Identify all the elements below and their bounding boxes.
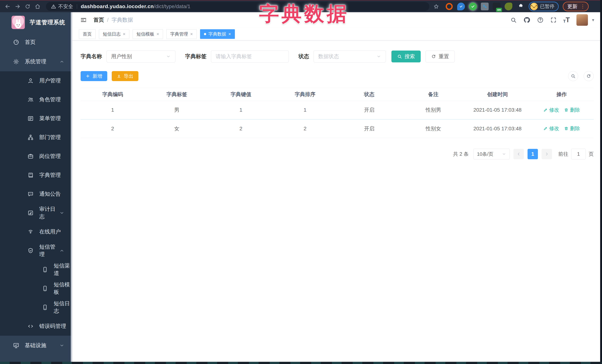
sidebar-item-system-management[interactable]: 系统管理 (0, 52, 72, 71)
sidebar-item-label: 通知公告 (39, 190, 61, 198)
profile-paused-chip[interactable]: ^ᴗ^ 已暂停 (529, 2, 559, 11)
sidebar-item-label: 部门管理 (39, 134, 61, 141)
user-avatar[interactable] (576, 14, 588, 26)
delete-label: 删除 (570, 107, 580, 113)
delete-link[interactable]: 删除 (564, 125, 580, 132)
tab-dict-management[interactable]: 字典管理× (166, 29, 197, 39)
chevron-up-icon (59, 59, 64, 64)
status-select[interactable]: 数据状态 (314, 50, 386, 62)
star-icon (433, 3, 439, 10)
tab-close-icon[interactable]: × (123, 31, 125, 37)
goto-page-input[interactable]: 1 (571, 149, 586, 159)
table-cell: 2 (209, 119, 273, 138)
sidebar-item-home[interactable]: 首页 (0, 32, 72, 52)
gray-translate-extension-icon[interactable] (481, 3, 489, 10)
tab-label: 短信日志 (103, 31, 121, 37)
trash-icon (564, 126, 569, 131)
avatar-caret-down-icon[interactable]: ▾ (592, 17, 594, 23)
search-button[interactable]: 搜索 (391, 51, 421, 62)
green-check-extension-icon[interactable] (469, 3, 477, 10)
table-cell: 2021-01-05 17:03:48 (465, 101, 530, 119)
chevron-down-icon (59, 343, 64, 348)
tab-close-icon[interactable]: × (228, 31, 231, 37)
column-header: 创建时间 (465, 88, 530, 101)
breadcrumb-home[interactable]: 首页 (93, 16, 104, 24)
font-size-icon[interactable]: TT (563, 17, 570, 23)
sidebar-item-sms-management[interactable]: 短信管理 (0, 241, 72, 260)
edit-label: 修改 (549, 125, 559, 132)
browser-forward-icon[interactable] (13, 1, 22, 11)
table-row: 2女22开启性别女2021-01-05 17:03:48修改删除 (81, 119, 594, 138)
search-icon (397, 54, 402, 59)
tab-close-icon[interactable]: × (157, 31, 159, 37)
browser-home-icon[interactable] (32, 1, 43, 11)
edit-link[interactable]: 修改 (543, 125, 559, 132)
bookmark-star-icon[interactable] (431, 1, 441, 11)
search-button-label: 搜索 (405, 53, 415, 60)
sidebar-item-dict-management[interactable]: 字典管理 (0, 166, 72, 185)
prev-page-button[interactable] (514, 149, 524, 159)
browser-menu-dots-icon[interactable] (580, 4, 586, 9)
refresh-table-button[interactable] (584, 71, 594, 81)
reset-button[interactable]: 重置 (425, 51, 455, 62)
plus-icon (86, 74, 90, 78)
address-bar[interactable]: 不安全 dashboard.yudao.iocoder.cn/dict/type… (46, 2, 429, 11)
column-header: 备注 (401, 88, 465, 101)
github-icon[interactable] (523, 16, 530, 23)
current-page-button[interactable]: 1 (527, 149, 538, 159)
sidebar-item-notice[interactable]: 通知公告 (0, 185, 72, 203)
sidebar-item-sms-channel[interactable]: 短信渠道 (0, 260, 72, 279)
sidebar-item-error-code[interactable]: 错误码管理 (0, 317, 72, 336)
export-button[interactable]: 导出 (112, 71, 138, 81)
sidebar-item-menu-management[interactable]: 菜单管理 (0, 109, 72, 128)
annotation-title: 字典数据 (259, 0, 349, 27)
delete-link[interactable]: 删除 (564, 107, 580, 113)
puzzle-extensions-icon[interactable] (516, 3, 524, 10)
add-button[interactable]: 新增 (81, 71, 107, 81)
sidebar-item-online-users[interactable]: 在线用户 (0, 222, 72, 241)
sidebar-item-user-management[interactable]: 用户管理 (0, 71, 72, 90)
pagination: 共 2 条 10条/页 1 前往 1 页 (81, 149, 594, 159)
fullscreen-icon[interactable] (550, 17, 557, 23)
dark-on-badge-extension-icon[interactable]: on (493, 3, 501, 10)
sidebar-scrollbar[interactable] (71, 12, 72, 364)
toggle-search-button[interactable] (568, 71, 578, 81)
dict-tag-input[interactable]: 请输入字典标签 (211, 50, 289, 62)
blue-pin-extension-icon[interactable] (457, 3, 465, 10)
fullscreen-icon (550, 17, 557, 23)
tab-close-icon[interactable]: × (190, 31, 193, 37)
sidebar-item-dept-management[interactable]: 部门管理 (0, 128, 72, 147)
menu-fold-icon[interactable] (80, 16, 87, 23)
edit-link[interactable]: 修改 (543, 107, 559, 113)
sidebar-item-audit-log[interactable]: 审计日志 (0, 203, 72, 222)
browser-reload-icon[interactable] (22, 1, 32, 11)
table-cell: 女 (145, 119, 209, 138)
green-sprout-extension-icon[interactable] (505, 3, 512, 10)
tab-sms-log[interactable]: 短信日志× (99, 29, 129, 39)
sidebar-item-post-management[interactable]: 岗位管理 (0, 147, 72, 166)
table-cell: 2 (81, 119, 145, 138)
logo-row[interactable]: 芋道管理系统 (0, 12, 72, 32)
header-search-icon[interactable] (510, 17, 516, 23)
browser-update-button[interactable]: 更新 (563, 2, 589, 11)
tab-home[interactable]: 首页 (79, 29, 96, 39)
sidebar-item-label: 用户管理 (39, 77, 61, 84)
sidebar-item-sms-log[interactable]: 短信日志 (0, 298, 72, 317)
sidebar-item-role-management[interactable]: 角色管理 (0, 90, 72, 109)
tab-dict-data[interactable]: 字典数据× (200, 29, 235, 39)
page-size-select[interactable]: 10条/页 (473, 149, 510, 159)
chevdown-icon (59, 343, 64, 348)
orange-ring-extension-icon[interactable] (445, 3, 453, 10)
back-icon (4, 3, 11, 10)
user-icon (27, 78, 34, 84)
browser-back-icon[interactable] (3, 1, 13, 11)
sidebar-item-label: 短信模板 (54, 281, 72, 296)
tab-sms-template[interactable]: 短信模板× (133, 29, 163, 39)
dict-name-select[interactable]: 用户性别 (107, 50, 175, 62)
sidebar-item-infrastructure[interactable]: 基础设施 (0, 336, 72, 355)
refresh-icon (586, 74, 591, 79)
next-page-button[interactable] (542, 149, 552, 159)
sidebar-item-sms-template[interactable]: 短信模板 (0, 279, 72, 298)
help-icon[interactable] (537, 17, 544, 23)
trash-icon (564, 108, 569, 112)
